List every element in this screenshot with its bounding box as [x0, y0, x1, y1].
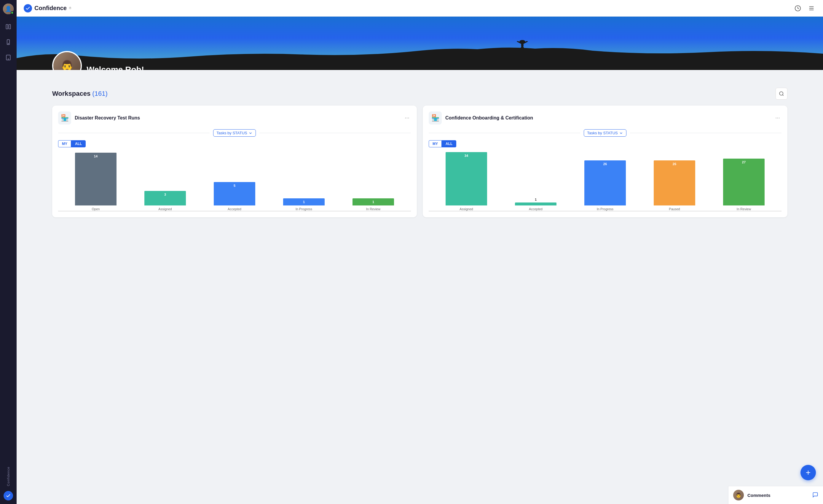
chart-divider-row-2: Tasks by STATUS	[429, 129, 782, 137]
card-menu-button-1[interactable]	[403, 114, 411, 122]
bar-group2-assigned: 34 Assigned	[432, 152, 501, 211]
comment-icon	[812, 492, 818, 498]
hero-welcome: Welcome Rob!	[87, 65, 158, 70]
bar-group-open: 14 Open	[61, 152, 131, 211]
bar-chart-1: 14 Open 3 Assigned 5 Accept	[58, 152, 411, 211]
comments-icon-button[interactable]	[812, 492, 818, 499]
toggle-my-1[interactable]: MY	[58, 140, 71, 147]
fab-add-button[interactable]: +	[801, 465, 816, 480]
hero-avatar: 👨	[52, 51, 82, 70]
app-logo: Confidence®	[24, 4, 793, 12]
content-area: Workspaces (161) 🏪 Disaster Recovery Tes…	[17, 70, 823, 504]
workspace-card-2: 🏪 Confidence Onboarding & Certification …	[423, 106, 787, 217]
divider-right-2	[630, 133, 782, 133]
workspaces-title-group: Workspaces (161)	[52, 90, 108, 98]
hero-content: 👨 Welcome Rob! The sky has no limits. Ne…	[52, 51, 158, 70]
bar-group-accepted: 5 Accepted	[200, 152, 269, 211]
hero-banner: 👨 Welcome Rob! The sky has no limits. Ne…	[17, 17, 823, 70]
svg-point-5	[8, 59, 9, 59]
chart-label-select-1[interactable]: Tasks by STATUS	[213, 129, 256, 137]
svg-point-13	[519, 40, 525, 43]
divider-left-2	[429, 133, 580, 133]
trademark: ®	[69, 7, 71, 10]
svg-rect-1	[9, 25, 11, 29]
bar-inprogress: 1	[283, 198, 325, 205]
svg-line-17	[782, 95, 783, 96]
history-button[interactable]	[793, 4, 802, 13]
card-title-2: Confidence Onboarding & Certification	[445, 115, 770, 121]
menu-button[interactable]	[807, 4, 816, 13]
card-icon-2: 🏪	[429, 112, 442, 125]
topnav: Confidence®	[17, 0, 823, 17]
toggle-group-1: MY ALL	[58, 140, 411, 147]
bar-group-inreview: 1 In Review	[339, 152, 408, 211]
comments-bar: 👨 Comments	[728, 486, 823, 504]
bar2-inprogress: 26	[584, 160, 626, 205]
ellipsis-icon-1	[404, 115, 410, 121]
card-header-1: 🏪 Disaster Recovery Test Runs	[58, 112, 411, 125]
sidebar-brand-icon[interactable]	[4, 491, 13, 500]
toggle-group-2: MY ALL	[429, 140, 782, 147]
bar-chart-2: 34 Assigned 1 Accepted 26 I	[429, 152, 782, 211]
workspaces-title: Workspaces (161)	[52, 90, 108, 97]
sidebar-brand-label: Confidence	[7, 467, 10, 486]
toggle-my-2[interactable]: MY	[429, 140, 442, 147]
card-icon-1: 🏪	[58, 112, 71, 125]
online-indicator	[11, 11, 14, 14]
bar-group-inprogress: 1 In Progress	[269, 152, 339, 211]
bar-group2-paused: 26 Paused	[640, 152, 709, 211]
svg-point-16	[780, 92, 783, 95]
bar-group2-inreview: 27 In Review	[709, 152, 779, 211]
bar2-inreview: 27	[723, 159, 765, 205]
bar-accepted: 5	[214, 182, 255, 205]
chevron-down-icon-2	[619, 131, 623, 135]
workspace-card-1: 🏪 Disaster Recovery Test Runs Tasks by S…	[52, 106, 417, 217]
workspaces-search-button[interactable]	[776, 88, 787, 100]
sidebar-item-tablet[interactable]	[3, 52, 14, 63]
card-menu-button-2[interactable]	[774, 114, 782, 122]
ellipsis-icon-2	[775, 115, 780, 121]
toggle-all-2[interactable]: ALL	[442, 140, 456, 147]
chart-divider-row-1: Tasks by STATUS	[58, 129, 411, 137]
card-header-2: 🏪 Confidence Onboarding & Certification	[429, 112, 782, 125]
svg-point-23	[779, 118, 780, 118]
svg-point-19	[407, 118, 407, 118]
divider-left-1	[58, 133, 210, 133]
logo-icon	[24, 4, 32, 12]
search-icon	[779, 91, 784, 96]
comments-avatar: 👨	[733, 490, 744, 500]
toggle-all-1[interactable]: ALL	[71, 140, 86, 147]
bar-group-assigned: 3 Assigned	[131, 152, 200, 211]
bar2-assigned: 34	[446, 152, 487, 205]
main-content: Confidence®	[17, 0, 823, 504]
comments-title: Comments	[748, 493, 809, 498]
bar-group2-inprogress: 26 In Progress	[570, 152, 640, 211]
svg-point-3	[8, 43, 9, 44]
bar2-accepted: 1	[515, 202, 556, 205]
workspaces-count: (161)	[92, 90, 107, 97]
bar-inreview: 1	[352, 198, 394, 205]
card-title-1: Disaster Recovery Test Runs	[75, 115, 399, 121]
divider-right-1	[260, 133, 411, 133]
hero-text: Welcome Rob! The sky has no limits. Neit…	[87, 65, 158, 70]
workspaces-header: Workspaces (161)	[52, 88, 787, 100]
bar-open: 14	[75, 153, 117, 205]
sidebar: 👤 Confidence	[0, 0, 17, 504]
app-name: Confidence	[34, 5, 67, 12]
topnav-actions	[793, 4, 816, 13]
bar-assigned: 3	[144, 191, 186, 206]
sidebar-bottom: Confidence	[4, 467, 13, 500]
svg-point-22	[777, 118, 778, 118]
bar2-paused: 26	[654, 160, 695, 205]
sidebar-item-columns[interactable]	[3, 21, 14, 32]
workspaces-grid: 🏪 Disaster Recovery Test Runs Tasks by S…	[52, 106, 787, 217]
svg-point-20	[408, 118, 409, 118]
chart-label-select-2[interactable]: Tasks by STATUS	[584, 129, 627, 137]
svg-point-18	[405, 118, 406, 118]
svg-rect-0	[6, 25, 8, 29]
user-avatar-wrap[interactable]: 👤	[3, 4, 14, 14]
chevron-down-icon-1	[249, 131, 253, 135]
svg-point-21	[776, 118, 777, 118]
sidebar-item-phone[interactable]	[3, 37, 14, 47]
bar-group2-accepted: 1 Accepted	[501, 152, 570, 211]
